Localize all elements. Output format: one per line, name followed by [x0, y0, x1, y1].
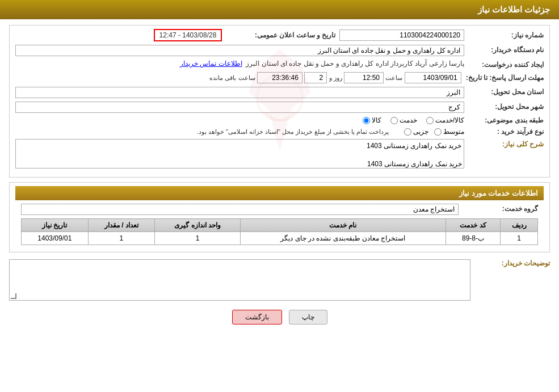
col-unit: واحد اندازه گیری — [155, 219, 241, 232]
col-service-code: کد خدمت — [445, 219, 501, 232]
creator-value: پارسا زارعی آریاد کاربرداز اداره کل راهد… — [246, 60, 464, 68]
cell-service-name: استخراج معادن طبقه‌بندی نشده در جای دیگر — [240, 232, 445, 245]
need-description-value: خرید نمک راهداری زمستانی 1403 — [367, 160, 462, 168]
province-input[interactable] — [15, 87, 464, 98]
need-number-input[interactable] — [339, 29, 464, 41]
cell-date: 1403/09/01 — [22, 232, 89, 245]
creator-label: ایجاد کننده درخواست: — [464, 60, 544, 69]
cell-quantity: 1 — [88, 232, 155, 245]
category-option-khedmat[interactable]: خدمت — [390, 116, 417, 124]
buyer-org-input[interactable] — [15, 45, 464, 56]
info-box: شماره نیاز: تاریخ و ساعت اعلان عمومی: 14… — [9, 25, 550, 178]
page-title: جزئیات اطلاعات نیاز — [478, 5, 550, 14]
button-row: چاپ بازگشت — [9, 310, 550, 324]
deadline-date-input[interactable] — [405, 72, 461, 83]
announcement-label: تاریخ و ساعت اعلان عمومی: — [222, 31, 335, 39]
purchase-type-jozi-label: جزیی — [413, 128, 428, 136]
deadline-days-label: روز و — [329, 74, 342, 82]
col-quantity: تعداد / مقدار — [88, 219, 155, 232]
cell-service-code: ب-8-89 — [445, 232, 501, 245]
service-group-row: گروه خدمت: — [21, 204, 538, 215]
page-header: جزئیات اطلاعات نیاز — [0, 0, 559, 19]
table-row: 1 ب-8-89 استخراج معادن طبقه‌بندی نشده در… — [22, 232, 538, 245]
deadline-remaining-label: ساعت باقی مانده — [209, 74, 255, 82]
buyer-org-row: نام دستگاه خریدار: — [15, 45, 544, 56]
deadline-time-input[interactable] — [344, 72, 384, 83]
page-container: جزئیات اطلاعات نیاز شماره نیاز: تاریخ و … — [0, 0, 559, 392]
cell-row-num: 1 — [501, 232, 538, 245]
service-group-label: گروه خدمت: — [459, 204, 538, 213]
deadline-remaining-input[interactable] — [257, 72, 302, 83]
purchase-type-motavas[interactable]: متوسط — [434, 128, 464, 136]
main-content: شماره نیاز: تاریخ و ساعت اعلان عمومی: 14… — [0, 19, 559, 337]
buyer-org-label: نام دستگاه خریدار: — [464, 45, 544, 54]
col-service-name: نام خدمت — [240, 219, 445, 232]
category-label: طبقه بندی موضوعی: — [464, 116, 544, 124]
deadline-time-label: ساعت — [385, 74, 402, 82]
need-description-row: شرح کلی نیاز: خرید نمک راهداری زمستانی 1… — [15, 139, 544, 170]
buyer-desc-resize-handle[interactable] — [11, 293, 16, 299]
purchase-note: پرداخت تمام یا بخشی از مبلغ خریداز محل "… — [197, 128, 389, 136]
category-option-kala-khedmat[interactable]: کالا/خدمت — [426, 116, 464, 124]
need-number-row: شماره نیاز: تاریخ و ساعت اعلان عمومی: 14… — [15, 29, 544, 41]
back-button[interactable]: بازگشت — [232, 310, 282, 324]
province-row: استان محل تحویل: — [15, 87, 544, 98]
announcement-value: 1403/08/28 - 12:47 — [154, 29, 222, 41]
need-number-label: شماره نیاز: — [464, 31, 544, 39]
province-label: استان محل تحویل: — [464, 87, 544, 96]
services-table: ردیف کد خدمت نام خدمت واحد اندازه گیری ت… — [21, 218, 538, 245]
deadline-row: مهلت ارسال پاسخ: تا تاریخ: ساعت روز و سا… — [15, 72, 544, 83]
category-option-kala-label: کالا — [372, 116, 381, 124]
category-option-kala-khedmat-label: کالا/خدمت — [435, 116, 464, 124]
city-label: شهر محل تحویل: — [464, 102, 544, 111]
buyer-desc-row: توضیحات خریدار: — [9, 257, 550, 301]
buyer-desc-box — [9, 259, 470, 301]
print-button[interactable]: چاپ — [289, 310, 327, 324]
need-description-label: شرح کلی نیاز: — [464, 139, 544, 148]
purchase-type-label: نوع فرآیند خرید : — [464, 128, 544, 136]
creator-row: ایجاد کننده درخواست: پارسا زارعی آریاد ک… — [15, 60, 544, 69]
purchase-type-row: نوع فرآیند خرید : متوسط جزیی پرداخت تمام… — [15, 128, 544, 136]
buyer-desc-textarea[interactable] — [12, 262, 468, 296]
category-option-kala[interactable]: کالا — [363, 116, 381, 124]
services-section-title: اطلاعات خدمات مورد نیاز — [15, 186, 544, 200]
deadline-label: مهلت ارسال پاسخ: تا تاریخ: — [461, 74, 544, 82]
services-section: اطلاعات خدمات مورد نیاز گروه خدمت: ردیف … — [9, 182, 550, 252]
buyer-desc-label: توضیحات خریدار: — [470, 257, 550, 267]
city-input[interactable] — [15, 102, 464, 113]
deadline-days-input[interactable] — [304, 72, 327, 83]
city-row: شهر محل تحویل: — [15, 102, 544, 113]
col-date: تاریخ نیاز — [22, 219, 89, 232]
service-group-input[interactable] — [21, 204, 459, 215]
creator-link[interactable]: اطلاعات تماس خریدار — [180, 60, 242, 68]
purchase-process-group: متوسط جزیی پرداخت تمام یا بخشی از مبلغ خ… — [197, 128, 464, 136]
purchase-type-motavas-label: متوسط — [443, 128, 464, 136]
purchase-type-jozi[interactable]: جزیی — [404, 128, 428, 136]
category-row: طبقه بندی موضوعی: کالا/خدمت خدمت کالا — [15, 116, 544, 124]
category-option-khedmat-label: خدمت — [400, 116, 417, 124]
col-row-num: ردیف — [501, 219, 538, 232]
cell-unit: 1 — [155, 232, 241, 245]
category-radio-group: کالا/خدمت خدمت کالا — [363, 116, 464, 124]
